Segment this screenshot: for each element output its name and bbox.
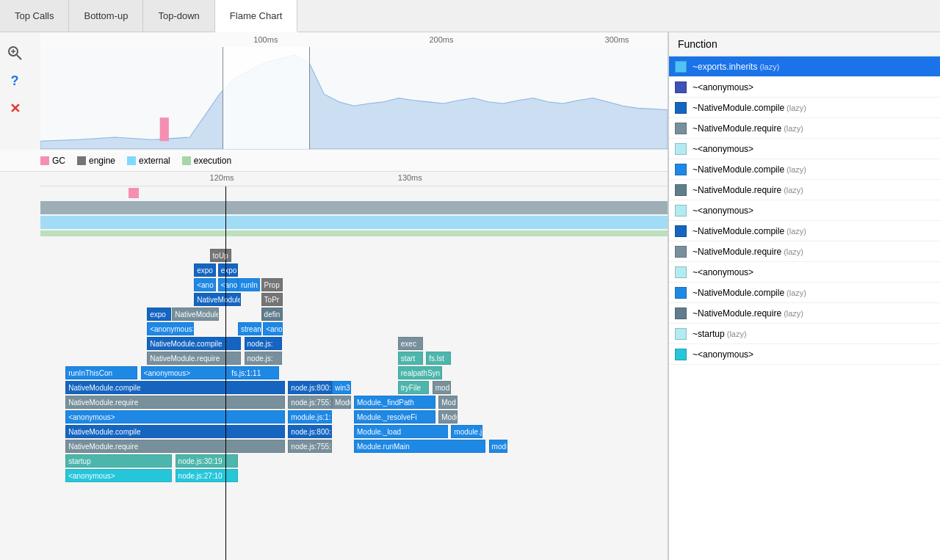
cursor-line [225, 186, 226, 560]
flame-bar[interactable]: Prop [261, 278, 283, 291]
flame-bar[interactable]: node.js:800:44 [288, 381, 332, 394]
function-item[interactable]: ~NativeModule.compile (lazy) [669, 159, 940, 180]
flame-bar[interactable]: NativeModule.req [172, 308, 219, 321]
flame-bar[interactable]: module.js: [451, 425, 482, 438]
function-item[interactable]: ~<anonymous> [669, 77, 940, 98]
flame-bar[interactable]: Module._load [354, 425, 448, 438]
flame-bar[interactable]: <anonymous> [65, 469, 172, 482]
flame-content: toUpexpoexpo<ano<anorunInPropNativeModul… [40, 186, 668, 560]
overview-chart [40, 47, 668, 149]
function-item[interactable]: ~startup (lazy) [669, 324, 940, 344]
flame-bar[interactable]: expo [147, 308, 170, 321]
function-color-swatch [675, 287, 687, 299]
flame-bar[interactable]: toUp [210, 249, 232, 262]
flame-bar[interactable]: realpathSyn [398, 366, 442, 379]
flame-bar[interactable]: node.js: [245, 337, 282, 350]
flame-bar[interactable]: runIn [238, 278, 260, 291]
function-item[interactable]: ~NativeModule.require (lazy) [669, 303, 940, 324]
function-item[interactable]: ~<anonymous> [669, 139, 940, 159]
flame-bar[interactable]: node.js:800:44 [288, 425, 332, 438]
time-marker-300ms: 300ms [605, 35, 629, 44]
tab-top-calls[interactable]: Top Calls [0, 0, 69, 32]
flame-bar[interactable]: NativeModule.compile [147, 337, 241, 350]
function-color-swatch [675, 225, 687, 237]
flame-bar[interactable]: NativeModule.compile [65, 425, 285, 438]
flame-bar[interactable]: tryFile [398, 381, 430, 394]
flame-bar[interactable]: Module.runMain [354, 440, 485, 453]
flame-bar[interactable]: NativeModule.co [194, 293, 241, 306]
flame-bar[interactable]: startup [65, 454, 172, 468]
function-color-swatch [675, 328, 687, 340]
flame-bar[interactable]: stream.j [238, 322, 261, 335]
function-item[interactable]: ~<anonymous> [669, 200, 940, 221]
function-item[interactable]: ~exports.inherits (lazy) [669, 57, 940, 77]
function-color-swatch [675, 246, 687, 258]
flame-bar[interactable]: win3 [332, 381, 351, 394]
flame-area[interactable]: 120ms 130ms toUpexpoexpo<ano<anorunInPro… [40, 172, 668, 560]
flame-bar[interactable]: expo [194, 263, 216, 277]
function-color-swatch [675, 123, 687, 134]
flame-bar[interactable]: <ano [263, 322, 283, 335]
legend: GC engine external execution [0, 150, 668, 172]
flame-bar[interactable]: Module._resolveFi [354, 410, 435, 423]
function-item[interactable]: ~<anonymous> [669, 262, 940, 283]
flame-bar[interactable]: exec [398, 337, 423, 350]
close-button[interactable]: ✕ [6, 100, 24, 117]
function-item[interactable]: ~<anonymous> [669, 344, 940, 365]
function-item[interactable]: ~NativeModule.compile (lazy) [669, 221, 940, 241]
flame-bar[interactable]: <ano [218, 278, 238, 291]
flame-bar[interactable]: node.js:755:34 [288, 396, 332, 409]
overview-area[interactable]: 100ms 200ms 300ms [40, 32, 668, 150]
gc-color-swatch [40, 156, 49, 165]
flame-bar[interactable]: Modu [332, 396, 351, 409]
function-item[interactable]: ~NativeModule.require (lazy) [669, 241, 940, 262]
flame-bar[interactable]: NativeModule.require [65, 396, 285, 409]
function-name-label: ~<anonymous> [693, 144, 753, 154]
flame-bar[interactable]: runInThisCon [65, 366, 137, 379]
flame-bar[interactable]: NativeModule.require [65, 440, 285, 453]
function-item[interactable]: ~NativeModule.require (lazy) [669, 118, 940, 139]
flame-bar[interactable]: NativeModule.compile [65, 381, 285, 394]
flame-bar[interactable]: defin [261, 308, 283, 321]
flame-bar[interactable]: node.js:755:34 [288, 440, 332, 453]
tab-flame-chart[interactable]: Flame Chart [215, 0, 298, 32]
function-color-swatch [675, 205, 687, 217]
function-item[interactable]: ~NativeModule.compile (lazy) [669, 283, 940, 303]
legend-engine-label: engine [89, 156, 115, 166]
zoom-in-button[interactable] [6, 44, 24, 62]
tabs-bar: Top Calls Bottom-up Top-down Flame Chart [0, 0, 940, 32]
tab-top-down[interactable]: Top-down [143, 0, 214, 32]
function-name-label: ~NativeModule.compile (lazy) [693, 288, 806, 298]
function-item[interactable]: ~NativeModule.compile (lazy) [669, 98, 940, 118]
flame-bar[interactable]: <anonymous> [141, 366, 235, 379]
flame-bar[interactable]: node.js:30:19 [176, 454, 238, 468]
flame-bar[interactable]: Mod [438, 396, 458, 409]
flame-bar[interactable]: node.js: [245, 352, 282, 365]
function-item[interactable]: ~NativeModule.require (lazy) [669, 180, 940, 200]
selection-box[interactable] [223, 47, 311, 149]
external-color-swatch [127, 156, 136, 165]
legend-gc-label: GC [52, 156, 65, 166]
flame-bar[interactable]: fs.js:1:11 [228, 366, 278, 379]
flame-bar[interactable]: fs.lst [426, 352, 451, 365]
flame-bar[interactable]: start [398, 352, 423, 365]
flame-bar[interactable]: node.js:27:10 [176, 469, 238, 482]
flame-bar[interactable]: Module._findPath [354, 396, 435, 409]
function-name-label: ~exports.inherits (lazy) [693, 62, 779, 72]
flame-bar[interactable]: <anonymous> [65, 410, 285, 423]
flame-bar[interactable]: Modu [438, 410, 458, 423]
flame-bar[interactable]: module.js:1:11 [288, 410, 332, 423]
function-color-swatch [675, 184, 687, 196]
flame-bar[interactable]: <ano [194, 278, 216, 291]
flame-bar[interactable]: mod [433, 381, 452, 394]
function-name-label: ~<anonymous> [693, 206, 753, 216]
flame-bar[interactable]: ToPr [261, 293, 283, 306]
flame-bar[interactable]: module [489, 440, 508, 453]
function-color-swatch [675, 266, 687, 278]
flame-bar[interactable]: NativeModule.require [147, 352, 241, 365]
function-name-label: ~NativeModule.compile (lazy) [693, 103, 806, 113]
help-button[interactable]: ? [6, 72, 24, 90]
flame-bar[interactable]: expo [218, 263, 238, 277]
flame-bar[interactable]: <anonymous> [147, 322, 194, 335]
tab-bottom-up[interactable]: Bottom-up [69, 0, 143, 32]
